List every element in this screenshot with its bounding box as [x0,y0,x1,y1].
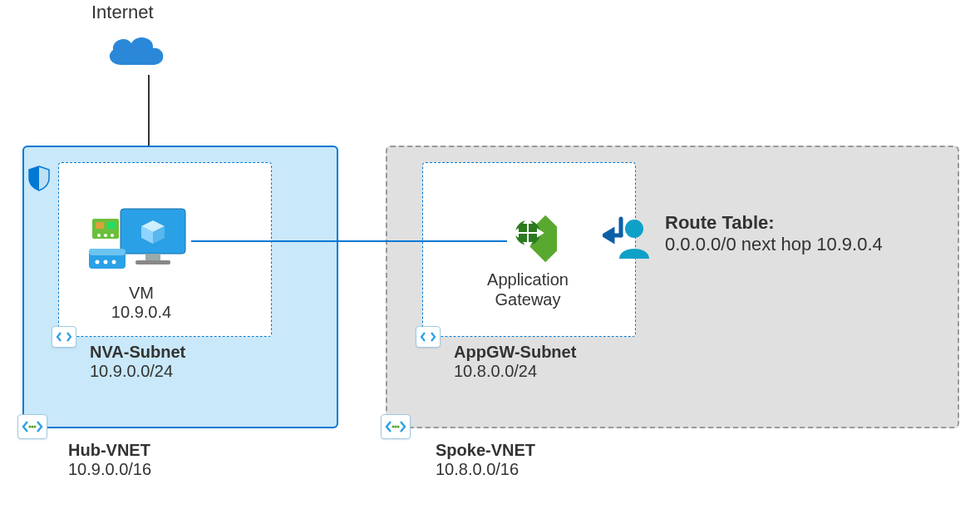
appgw-label-2: Gateway [470,289,586,309]
spoke-vnet-name: Spoke-VNET [436,441,535,460]
svg-rect-14 [89,249,126,255]
internet-label: Internet [91,2,154,23]
svg-point-17 [112,260,116,264]
svg-rect-3 [135,260,170,264]
svg-point-10 [97,234,101,237]
svg-point-35 [392,425,394,428]
vm-ip: 10.9.0.4 [87,303,195,322]
cloud-icon [103,32,170,73]
vm-label: VM [87,284,195,303]
route-table-entry: 0.0.0.0/0 next hop 10.9.0.4 [665,234,883,255]
route-table-icon [603,212,656,262]
shield-icon [27,165,51,191]
hub-vnet-labels: Hub-VNET 10.9.0.0/16 [68,441,151,479]
svg-marker-25 [513,230,518,236]
subnet-icon [52,326,76,348]
nva-subnet-labels: NVA-Subnet 10.9.0.0/24 [90,343,185,381]
nva-subnet-name: NVA-Subnet [90,343,185,362]
connector-vm-appgw [191,240,507,242]
app-gateway-icon [499,208,557,266]
svg-point-12 [111,234,114,237]
spoke-vnet-cidr: 10.8.0.0/16 [436,460,535,479]
route-table-text: Route Table: 0.0.0.0/0 next hop 10.9.0.4 [665,212,883,255]
subnet-icon [416,326,441,348]
svg-rect-9 [107,222,116,229]
appgw-subnet-cidr: 10.8.0.0/24 [454,362,576,381]
svg-point-11 [104,234,107,237]
svg-point-37 [396,425,399,428]
hub-vnet-cidr: 10.9.0.0/16 [68,460,151,479]
hub-vnet-name: Hub-VNET [68,441,151,460]
vnet-peering-icon [17,414,47,439]
vnet-peering-icon [381,414,411,439]
vm-node: VM 10.9.0.4 [87,204,195,322]
svg-point-34 [33,425,36,428]
svg-point-33 [31,425,33,428]
svg-marker-21 [524,218,531,223]
appgw-label-1: Application [470,269,586,289]
svg-point-32 [28,425,31,428]
svg-rect-2 [145,254,160,260]
spoke-vnet-labels: Spoke-VNET 10.8.0.0/16 [436,441,535,479]
appgw-subnet-labels: AppGW-Subnet 10.8.0.0/24 [454,343,576,381]
vm-icon [87,204,195,279]
appgw-subnet-name: AppGW-Subnet [454,343,576,362]
appgw-node: Application Gateway [470,208,586,309]
svg-point-15 [96,260,100,264]
svg-marker-31 [604,230,613,240]
route-table-title: Route Table: [665,212,883,234]
svg-point-28 [625,220,643,238]
svg-point-16 [104,260,108,264]
nva-subnet-cidr: 10.9.0.0/24 [90,362,185,381]
svg-rect-8 [96,222,104,229]
svg-point-36 [394,425,396,428]
svg-marker-23 [524,243,531,248]
